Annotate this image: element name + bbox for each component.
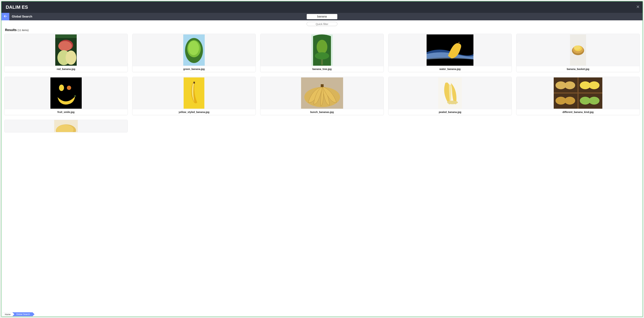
svg-point-15 (315, 52, 329, 59)
result-card[interactable]: banana_tree.jpg (260, 34, 384, 72)
close-icon[interactable] (636, 5, 640, 9)
results-grid-scroll[interactable]: red_banana.jpg green_banana.jpg (2, 34, 642, 317)
back-arrow-icon (3, 14, 8, 19)
result-card[interactable]: fruit_smile.jpg (4, 77, 128, 115)
breadcrumb-home-label: Home (5, 313, 10, 316)
result-card[interactable]: pealed_banana.jpg (388, 77, 512, 115)
svg-point-25 (74, 95, 76, 97)
result-name: banana_basket.jpg (516, 66, 640, 72)
result-name: yellow_styled_banana.jpg (132, 109, 256, 115)
result-name: bunch_bananas.jpg (260, 109, 384, 115)
result-name: pealed_banana.jpg (388, 109, 512, 115)
result-card[interactable]: green_banana.jpg (132, 34, 256, 72)
quickfilter-row (2, 20, 642, 27)
result-card[interactable]: red_banana.jpg (4, 34, 128, 72)
svg-point-43 (589, 81, 600, 89)
back-button[interactable] (2, 13, 9, 20)
thumbnail (132, 34, 256, 66)
svg-point-13 (317, 40, 327, 54)
result-card[interactable] (4, 120, 128, 132)
thumbnail (132, 77, 256, 109)
app-title: DALIM ES (6, 4, 28, 10)
result-name: red_banana.jpg (4, 66, 128, 72)
searchbar: Global Search (2, 13, 642, 20)
thumbnail (260, 34, 384, 66)
result-card[interactable]: water_banana.jpg (388, 34, 512, 72)
result-card[interactable]: banana_basket.jpg (516, 34, 640, 72)
result-name: green_banana.jpg (132, 66, 256, 72)
svg-point-47 (589, 97, 600, 105)
svg-point-45 (564, 97, 575, 105)
result-name: banana_tree.jpg (260, 66, 384, 72)
results-label: Results (5, 28, 17, 32)
result-name: water_banana.jpg (388, 66, 512, 72)
svg-rect-16 (426, 34, 474, 66)
svg-point-24 (67, 86, 71, 90)
thumbnail (4, 34, 128, 66)
thumbnail (4, 120, 128, 132)
svg-point-4 (58, 41, 72, 51)
breadcrumb-current-label: Global Search (16, 313, 30, 316)
thumbnail (388, 34, 512, 66)
app-window: DALIM ES Global Search Results (11 items… (1, 1, 643, 317)
result-name: different_banana_kind.jpg (516, 109, 640, 115)
svg-rect-30 (321, 84, 324, 87)
result-card[interactable]: yellow_styled_banana.jpg (132, 77, 256, 115)
titlebar: DALIM ES (2, 1, 642, 13)
svg-rect-7 (55, 34, 77, 38)
search-input[interactable] (306, 14, 338, 19)
svg-point-11 (188, 41, 199, 55)
svg-point-32 (447, 101, 458, 104)
svg-point-23 (59, 85, 64, 91)
svg-rect-27 (194, 82, 195, 84)
svg-point-41 (564, 81, 575, 89)
searchbar-title: Global Search (12, 15, 32, 18)
thumbnail (260, 77, 384, 109)
thumbnail (516, 34, 640, 66)
breadcrumb: Home Global Search (2, 312, 642, 317)
results-header: Results (11 items) (2, 27, 642, 34)
breadcrumb-home[interactable]: Home (2, 312, 14, 316)
breadcrumb-current[interactable]: Global Search (12, 312, 33, 316)
result-name: fruit_smile.jpg (4, 109, 128, 115)
results-grid: red_banana.jpg green_banana.jpg (4, 34, 640, 132)
result-card[interactable]: different_banana_kind.jpg (516, 77, 640, 115)
thumbnail (388, 77, 512, 109)
thumbnail (4, 77, 128, 109)
results-count: (11 items) (18, 29, 28, 32)
quickfilter-input[interactable] (306, 22, 338, 26)
thumbnail (516, 77, 640, 109)
svg-point-6 (66, 50, 76, 65)
result-card[interactable]: bunch_bananas.jpg (260, 77, 384, 115)
svg-point-21 (574, 45, 580, 50)
